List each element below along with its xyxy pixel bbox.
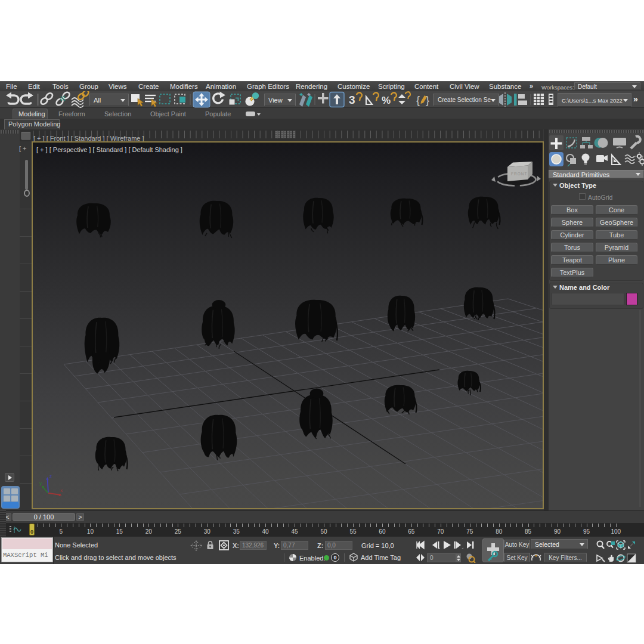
svg-text:z: z [49, 473, 52, 479]
svg-text:y: y [39, 481, 42, 486]
svg-text:x: x [60, 488, 63, 493]
svg-text:FRONT: FRONT [511, 172, 527, 176]
